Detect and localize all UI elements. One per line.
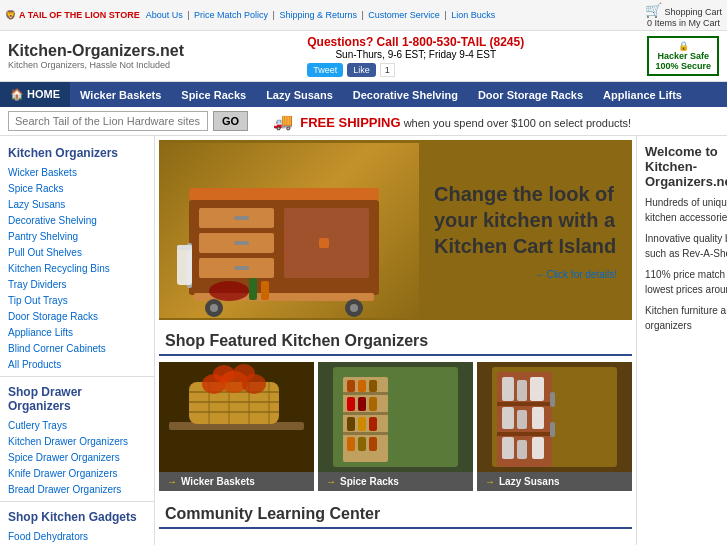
nav-wicker-baskets[interactable]: Wicker Baskets: [70, 83, 171, 107]
svg-rect-12: [249, 278, 257, 300]
svg-point-11: [209, 281, 249, 301]
search-input[interactable]: [8, 111, 208, 131]
svg-rect-42: [347, 380, 355, 392]
svg-point-15: [210, 304, 218, 312]
sidebar-item-food-dehydrators[interactable]: Food Dehydrators: [0, 528, 154, 544]
spice-racks-label[interactable]: → Spice Racks: [318, 472, 473, 491]
product-card-spice-racks[interactable]: → Spice Racks: [318, 362, 473, 491]
sidebar-item-wicker-baskets[interactable]: Wicker Baskets: [0, 164, 154, 180]
sidebar-item-all-products[interactable]: All Products: [0, 356, 154, 372]
main-layout: Kitchen Organizers Wicker Baskets Spice …: [0, 136, 727, 545]
svg-rect-6: [319, 238, 329, 248]
site-branding: Kitchen-Organizers.net Kitchen Organizer…: [8, 42, 184, 70]
svg-point-35: [233, 364, 255, 382]
product-card-wicker-baskets[interactable]: → Wicker Baskets: [159, 362, 314, 491]
free-shipping-banner: 🚚 FREE SHIPPING when you spend over $100…: [273, 112, 631, 131]
sidebar-item-door-storage-racks[interactable]: Door Storage Racks: [0, 308, 154, 324]
svg-rect-64: [532, 407, 544, 429]
sidebar-section-gadgets-title: Shop Kitchen Gadgets: [0, 506, 154, 528]
sidebar-item-pull-out-shelves[interactable]: Pull Out Shelves: [0, 244, 154, 260]
customer-service-link[interactable]: Customer Service: [368, 10, 440, 20]
svg-rect-7: [234, 216, 249, 220]
community-section-title: Community Learning Center: [159, 497, 632, 529]
svg-rect-69: [550, 422, 555, 437]
sidebar-item-lazy-susans[interactable]: Lazy Susans: [0, 196, 154, 212]
search-go-button[interactable]: GO: [213, 111, 248, 131]
sidebar-item-tray-dividers[interactable]: Tray Dividers: [0, 276, 154, 292]
price-match-link[interactable]: Price Match Policy: [194, 10, 268, 20]
svg-point-34: [213, 365, 235, 383]
hero-banner[interactable]: Change the look of your kitchen with a K…: [159, 140, 632, 320]
welcome-bullet-1: Hundreds of unique & useful kitchen acce…: [645, 195, 727, 225]
wicker-svg: [159, 362, 314, 472]
hours-text: Sun-Thurs, 9-6 EST; Friday 9-4 EST: [307, 49, 524, 60]
top-bar-links: About Us | Price Match Policy | Shipping…: [144, 10, 498, 20]
nav-home[interactable]: 🏠 HOME: [0, 82, 70, 107]
header-right: 🔒 Hacker Safe 100% Secure: [647, 36, 719, 76]
sidebar-item-tip-out-trays[interactable]: Tip Out Trays: [0, 292, 154, 308]
nav-spice-racks[interactable]: Spice Racks: [171, 83, 256, 107]
cart-info: 🛒 Shopping Cart 0 Items in My Cart: [645, 2, 722, 28]
shipping-link[interactable]: Shipping & Returns: [279, 10, 357, 20]
sidebar-item-recycling-bins[interactable]: Kitchen Recycling Bins: [0, 260, 154, 276]
svg-rect-51: [347, 437, 355, 451]
like-button[interactable]: Like: [347, 63, 376, 77]
svg-rect-41: [343, 432, 388, 435]
svg-rect-66: [517, 440, 527, 459]
svg-rect-49: [358, 417, 366, 431]
about-us-link[interactable]: About Us: [146, 10, 183, 20]
svg-rect-8: [234, 241, 249, 245]
svg-point-17: [350, 304, 358, 312]
hacker-safe-line1: Hacker Safe: [657, 51, 709, 61]
svg-rect-13: [261, 281, 269, 300]
sidebar-item-kitchen-drawer-organizers[interactable]: Kitchen Drawer Organizers: [0, 433, 154, 449]
svg-rect-39: [343, 392, 388, 395]
sidebar-item-decorative-shelving[interactable]: Decorative Shelving: [0, 212, 154, 228]
wicker-baskets-label[interactable]: → Wicker Baskets: [159, 472, 314, 491]
cart-label: Shopping Cart: [664, 7, 722, 17]
svg-rect-52: [358, 437, 366, 451]
welcome-bullet-3: 110% price match policy for lowest price…: [645, 267, 727, 297]
truck-icon: 🚚: [273, 113, 293, 130]
svg-rect-0: [189, 188, 379, 200]
lazy-susans-image: [477, 362, 632, 472]
sidebar-item-blind-corner-cabinets[interactable]: Blind Corner Cabinets: [0, 340, 154, 356]
sidebar-item-bread-drawer-organizers[interactable]: Bread Drawer Organizers: [0, 481, 154, 497]
hero-link[interactable]: → Click for details!: [434, 269, 617, 280]
sidebar-item-cutlery-trays[interactable]: Cutlery Trays: [0, 417, 154, 433]
nav-appliance-lifts[interactable]: Appliance Lifts: [593, 83, 692, 107]
wicker-baskets-text: Wicker Baskets: [181, 476, 255, 487]
lazy-susans-label[interactable]: → Lazy Susans: [477, 472, 632, 491]
nav-lazy-susans[interactable]: Lazy Susans: [256, 83, 343, 107]
phone-number: Questions? Call 1-800-530-TAIL (8245): [307, 35, 524, 49]
sidebar-item-spice-drawer-organizers[interactable]: Spice Drawer Organizers: [0, 449, 154, 465]
svg-rect-20: [177, 245, 192, 250]
sidebar-item-knife-drawer-organizers[interactable]: Knife Drawer Organizers: [0, 465, 154, 481]
top-bar: 🦁 A TAIL OF THE LION STORE About Us | Pr…: [0, 0, 727, 31]
product-card-lazy-susans[interactable]: → Lazy Susans: [477, 362, 632, 491]
sidebar-item-appliance-lifts[interactable]: Appliance Lifts: [0, 324, 154, 340]
lion-store-logo: 🦁 A TAIL OF THE LION STORE: [5, 10, 140, 20]
sidebar-section-drawer-title: Shop Drawer Organizers: [0, 381, 154, 417]
featured-section-title: Shop Featured Kitchen Organizers: [159, 324, 632, 356]
kitchen-cart-svg: [169, 153, 409, 318]
lion-bucks-link[interactable]: Lion Bucks: [451, 10, 495, 20]
free-shipping-detail: when you spend over $100 on select produ…: [404, 117, 631, 129]
svg-rect-61: [530, 377, 544, 401]
svg-rect-9: [234, 266, 249, 270]
svg-rect-19: [177, 245, 192, 285]
hero-text: Change the look of your kitchen with a K…: [419, 171, 632, 290]
like-count: 1: [380, 63, 395, 77]
nav-decorative-shelving[interactable]: Decorative Shelving: [343, 83, 468, 107]
sidebar-item-pantry-shelving[interactable]: Pantry Shelving: [0, 228, 154, 244]
sidebar-item-spice-racks[interactable]: Spice Racks: [0, 180, 154, 196]
svg-rect-65: [502, 437, 514, 459]
arrow-icon: →: [485, 476, 495, 487]
hero-heading: Change the look of your kitchen with a K…: [434, 181, 617, 259]
nav-door-storage[interactable]: Door Storage Racks: [468, 83, 593, 107]
svg-rect-63: [517, 410, 527, 429]
cart-icon: 🛒: [645, 2, 662, 18]
tweet-button[interactable]: Tweet: [307, 63, 343, 77]
social-buttons: Tweet Like 1: [307, 63, 524, 77]
store-name-label: A TAIL OF THE LION STORE: [19, 10, 140, 20]
